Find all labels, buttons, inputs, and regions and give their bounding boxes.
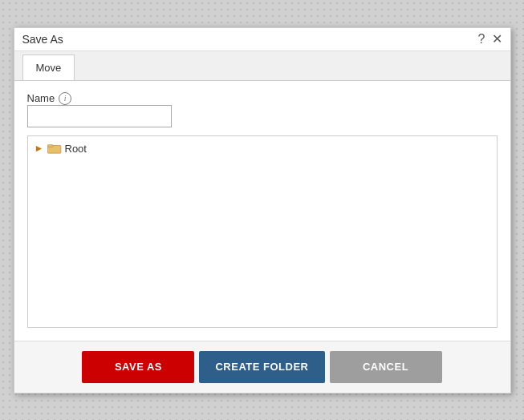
save-as-dialog: Save As ? ✕ Move Name i ► — [14, 27, 511, 394]
folder-tree: ► Root — [27, 135, 498, 328]
tab-move[interactable]: Move — [22, 55, 75, 80]
create-folder-button[interactable]: CREATE FOLDER — [199, 351, 324, 383]
tabs-bar: Move — [14, 51, 510, 81]
root-label: Root — [65, 143, 87, 155]
folder-icon — [47, 143, 62, 154]
name-input[interactable] — [27, 105, 172, 127]
dialog-title: Save As — [22, 33, 63, 46]
help-icon[interactable]: ? — [478, 33, 485, 46]
title-bar-controls: ? ✕ — [478, 33, 502, 46]
save-as-button[interactable]: SAVE AS — [82, 351, 194, 383]
cancel-button[interactable]: CANCEL — [330, 351, 442, 383]
name-label: Name i — [27, 92, 498, 105]
tree-root-item[interactable]: ► Root — [35, 143, 490, 155]
svg-rect-1 — [47, 145, 53, 147]
tree-chevron-icon: ► — [35, 143, 44, 154]
title-bar: Save As ? ✕ — [14, 28, 510, 51]
dialog-body: Name i ► Root — [14, 81, 510, 341]
close-icon[interactable]: ✕ — [492, 33, 502, 46]
dialog-footer: SAVE AS CREATE FOLDER CANCEL — [14, 341, 510, 393]
name-field-group: Name i — [27, 92, 498, 127]
name-info-icon[interactable]: i — [59, 92, 71, 105]
